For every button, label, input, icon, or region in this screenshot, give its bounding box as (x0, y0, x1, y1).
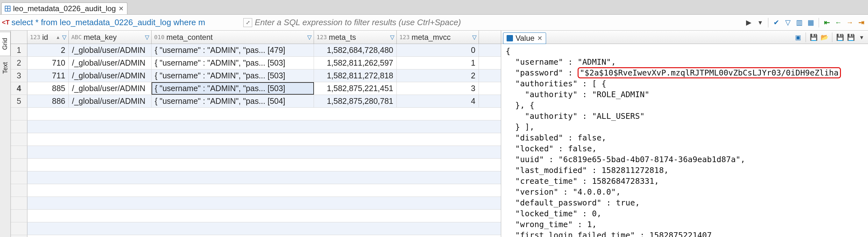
cell-meta-key[interactable]: /_global/user/ADMIN (69, 44, 152, 56)
cell-meta-mvcc[interactable]: 0 (397, 44, 479, 56)
dropdown-icon[interactable]: ▾ (755, 18, 765, 27)
cell-rownum (11, 197, 27, 209)
table-row[interactable]: 5886/_global/user/ADMIN{ "username" : "A… (11, 95, 501, 108)
value-tools: ▣ 💾 📂 💾 💾 ▾ (794, 32, 866, 42)
col-meta-ts[interactable]: 123 meta_ts ▽ (314, 31, 397, 43)
cell-meta-mvcc[interactable]: 3 (397, 82, 479, 95)
value-line: } ], (506, 122, 534, 131)
cell-rownum[interactable]: 4 (11, 82, 27, 95)
value-apply2-icon[interactable]: 💾 (846, 33, 855, 42)
cell-meta-mvcc[interactable]: 1 (397, 57, 479, 69)
cell-empty (27, 146, 501, 158)
side-tabs: Grid Text (0, 31, 11, 237)
cell-rownum (11, 146, 27, 158)
cell-id[interactable]: 710 (27, 57, 69, 69)
cell-id[interactable]: 711 (27, 69, 69, 82)
cell-empty (27, 235, 501, 237)
sidetab-text-label: Text (2, 62, 9, 74)
sql-preview[interactable]: <T select * from leo_metadata_0226_audit… (2, 18, 241, 27)
cell-rownum[interactable]: 1 (11, 44, 27, 56)
col-id-label: id (42, 33, 49, 42)
value-tab-label: Value (516, 34, 535, 43)
table-row-empty (11, 120, 501, 133)
cell-meta-key[interactable]: /_global/user/ADMIN (69, 95, 152, 107)
value-line: "locked_time" : 0, (506, 209, 601, 218)
layout-icon[interactable]: ▦ (806, 18, 815, 27)
cell-meta-mvcc[interactable]: 4 (397, 95, 479, 107)
filter-col-icon[interactable]: ▽ (307, 34, 312, 41)
value-line: "authorities" : [ { (506, 79, 606, 88)
nav-prev-icon[interactable]: ← (834, 18, 843, 27)
editor-tabbar: leo_metadata_0226_audit_log ✕ (0, 0, 868, 14)
cell-meta-ts[interactable]: 1,582,875,221,451 (314, 82, 397, 95)
cell-meta-mvcc[interactable]: 2 (397, 69, 479, 82)
cell-meta-ts[interactable]: 1,582,811,262,597 (314, 57, 397, 69)
filter-icon[interactable]: ▽ (783, 18, 793, 27)
panels-icon[interactable]: ▥ (795, 18, 804, 27)
cell-meta-ts[interactable]: 1,582,684,728,480 (314, 44, 397, 56)
cell-meta-key[interactable]: /_global/user/ADMIN (69, 57, 152, 69)
table-row[interactable]: 2710/_global/user/ADMIN{ "username" : "A… (11, 57, 501, 69)
col-rownum[interactable] (11, 31, 27, 43)
filter-apply-icon[interactable]: ✔ (772, 18, 781, 27)
value-menu-icon[interactable]: ▾ (857, 33, 866, 42)
cell-meta-content[interactable]: { "username" : "ADMIN", "pas... [479] (152, 44, 314, 56)
nav-next-icon[interactable]: → (845, 18, 855, 27)
cell-rownum (11, 120, 27, 133)
nav-last-icon[interactable]: ⇥ (857, 18, 866, 27)
sort-icon[interactable]: ▲ (56, 35, 60, 40)
filter-col-icon[interactable]: ▽ (145, 34, 149, 41)
col-id[interactable]: 123 id ▲ ▽ (27, 31, 69, 43)
cell-rownum[interactable]: 3 (11, 69, 27, 82)
cell-rownum[interactable]: 2 (11, 57, 27, 69)
cell-id[interactable]: 886 (27, 95, 69, 107)
table-row[interactable]: 12/_global/user/ADMIN{ "username" : "ADM… (11, 44, 501, 57)
cell-empty (27, 120, 501, 133)
cell-meta-key[interactable]: /_global/user/ADMIN (69, 82, 152, 95)
cell-meta-content[interactable]: { "username" : "ADMIN", "pas... [503] (152, 69, 314, 82)
separator (768, 18, 768, 27)
filter-input[interactable] (255, 18, 741, 27)
cell-meta-ts[interactable]: 1,582,875,280,781 (314, 95, 397, 107)
value-line: "wrong_time" : 1, (506, 220, 597, 229)
table-row[interactable]: 3711/_global/user/ADMIN{ "username" : "A… (11, 69, 501, 82)
value-apply-icon[interactable]: 💾 (836, 33, 844, 42)
table-row-empty (11, 235, 501, 237)
cell-meta-content[interactable]: { "username" : "ADMIN", "pas... [503] (152, 82, 314, 95)
expand-icon[interactable]: ⤢ (243, 18, 252, 27)
editor-tab[interactable]: leo_metadata_0226_audit_log ✕ (1, 3, 127, 14)
cell-meta-key[interactable]: /_global/user/ADMIN (69, 69, 152, 82)
run-icon[interactable]: ▶ (744, 18, 753, 27)
cell-meta-content[interactable]: { "username" : "ADMIN", "pas... [504] (152, 95, 314, 107)
cell-meta-content[interactable]: { "username" : "ADMIN", "pas... [503] (152, 57, 314, 69)
cell-empty (27, 108, 501, 120)
filter-col-icon[interactable]: ▽ (390, 34, 395, 41)
value-tab[interactable]: Value ✕ (503, 32, 546, 44)
value-line: "username" : "ADMIN", (506, 57, 616, 66)
close-icon[interactable]: ✕ (537, 34, 542, 42)
table-row[interactable]: 4885/_global/user/ADMIN{ "username" : "A… (11, 82, 501, 95)
cell-rownum[interactable]: 5 (11, 95, 27, 107)
col-meta-key[interactable]: ABC meta_key ▽ (69, 31, 152, 43)
sql-text: select * from leo_metadata_0226_audit_lo… (11, 18, 206, 27)
col-key-label: meta_key (84, 33, 117, 42)
filter-col-icon[interactable]: ▽ (472, 34, 477, 41)
value-body[interactable]: { "username" : "ADMIN", "password" : "$2… (501, 44, 868, 237)
filter-col-icon[interactable]: ▽ (62, 34, 66, 41)
cell-id[interactable]: 2 (27, 44, 69, 56)
close-icon[interactable]: ✕ (119, 5, 124, 12)
cell-empty (27, 210, 501, 222)
col-meta-mvcc[interactable]: 123 meta_mvcc ▽ (397, 31, 479, 43)
cell-meta-ts[interactable]: 1,582,811,272,818 (314, 69, 397, 82)
col-content-label: meta_content (166, 33, 213, 42)
value-open-icon[interactable]: 📂 (820, 33, 829, 42)
nav-first-icon[interactable]: ⇤ (822, 18, 832, 27)
value-save-icon[interactable]: 💾 (809, 33, 818, 42)
value-edit-icon[interactable]: ▣ (794, 33, 802, 42)
cell-id[interactable]: 885 (27, 82, 69, 95)
col-meta-content[interactable]: 010 meta_content ▽ (152, 31, 314, 43)
sidetab-text[interactable]: Text (0, 56, 10, 80)
type-icon: 010 (154, 34, 165, 40)
sidetab-grid[interactable]: Grid (0, 32, 10, 56)
value-line: "last_modified" : 1582811272818, (506, 166, 669, 175)
